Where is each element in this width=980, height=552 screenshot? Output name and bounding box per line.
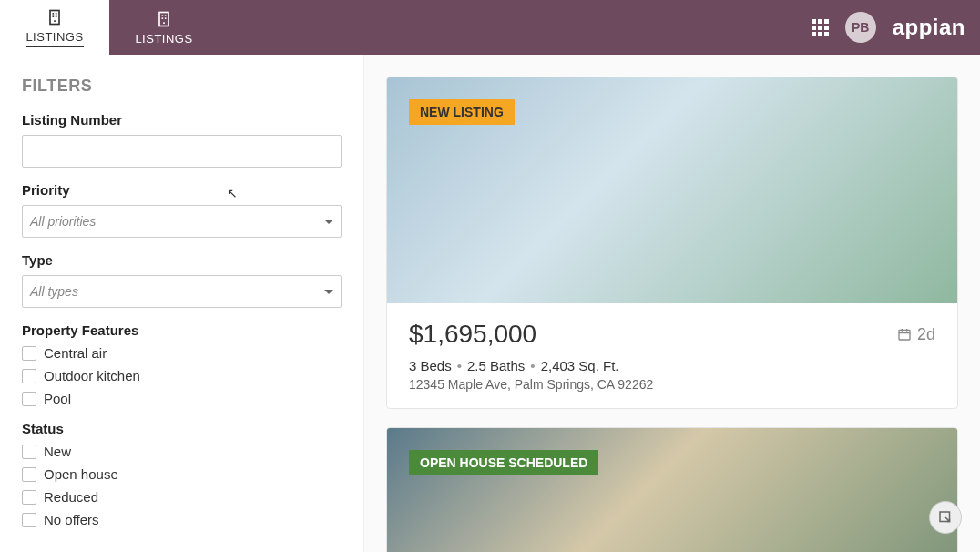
checkbox-icon: [22, 513, 36, 527]
checkbox-icon: [22, 369, 36, 383]
building-icon: [155, 10, 173, 28]
listings-content: NEW LISTING $1,695,000 2d 3 Beds•2.5 Bat…: [364, 55, 980, 552]
listing-age: 2d: [897, 325, 935, 344]
apps-icon[interactable]: [812, 19, 829, 36]
building-icon: [46, 8, 64, 26]
listing-specs: 3 Beds•2.5 Baths•2,403 Sq. Ft.: [409, 358, 935, 373]
svg-rect-6: [159, 12, 168, 26]
listing-image: OPEN HOUSE SCHEDULED: [387, 428, 957, 552]
tab-listings-inactive[interactable]: LISTINGS: [109, 0, 219, 55]
features-label: Property Features: [22, 322, 342, 338]
status-reduced[interactable]: Reduced: [22, 489, 342, 505]
tab-label: LISTINGS: [26, 30, 83, 47]
type-label: Type: [22, 252, 342, 268]
listing-number-input[interactable]: [22, 135, 342, 168]
tab-listings-active[interactable]: LISTINGS: [0, 0, 109, 55]
status-open-house[interactable]: Open house: [22, 466, 342, 482]
calendar-icon: [897, 327, 912, 342]
cursor-arrow-icon: [937, 509, 954, 526]
status-no-offers[interactable]: No offers: [22, 512, 342, 527]
tab-label: LISTINGS: [135, 32, 192, 46]
checkbox-icon: [22, 346, 36, 361]
status-label: Status: [22, 421, 342, 436]
priority-label: Priority: [22, 182, 342, 198]
type-select[interactable]: All types: [22, 275, 342, 308]
type-placeholder: All types: [30, 284, 78, 299]
checkbox-icon: [22, 490, 36, 505]
listing-number-label: Listing Number: [22, 112, 342, 128]
priority-select[interactable]: All priorities: [22, 205, 342, 238]
svg-rect-0: [50, 10, 59, 24]
listing-card[interactable]: NEW LISTING $1,695,000 2d 3 Beds•2.5 Bat…: [386, 77, 958, 409]
open-house-badge: OPEN HOUSE SCHEDULED: [409, 450, 598, 475]
new-listing-badge: NEW LISTING: [409, 99, 515, 125]
listing-image: NEW LISTING: [387, 77, 957, 303]
scroll-helper-button[interactable]: [929, 501, 962, 534]
user-avatar[interactable]: PB: [845, 12, 876, 43]
feature-central-air[interactable]: Central air: [22, 345, 342, 361]
chevron-down-icon: [324, 290, 333, 294]
feature-pool[interactable]: Pool: [22, 391, 342, 406]
status-new[interactable]: New: [22, 444, 342, 459]
listing-card[interactable]: OPEN HOUSE SCHEDULED: [386, 427, 958, 552]
checkbox-icon: [22, 392, 36, 406]
listing-address: 12345 Maple Ave, Palm Springs, CA 92262: [409, 377, 935, 392]
checkbox-icon: [22, 445, 36, 459]
filters-sidebar: FILTERS Listing Number Priority All prio…: [0, 55, 364, 552]
filters-heading: FILTERS: [22, 77, 342, 96]
feature-outdoor-kitchen[interactable]: Outdoor kitchen: [22, 368, 342, 383]
brand-logo: appian: [893, 15, 965, 40]
checkbox-icon: [22, 467, 36, 482]
chevron-down-icon: [324, 220, 333, 224]
listing-price: $1,695,000: [409, 320, 536, 349]
priority-placeholder: All priorities: [30, 214, 96, 229]
top-nav: LISTINGS LISTINGS PB appian: [0, 0, 980, 55]
svg-rect-12: [899, 330, 910, 340]
